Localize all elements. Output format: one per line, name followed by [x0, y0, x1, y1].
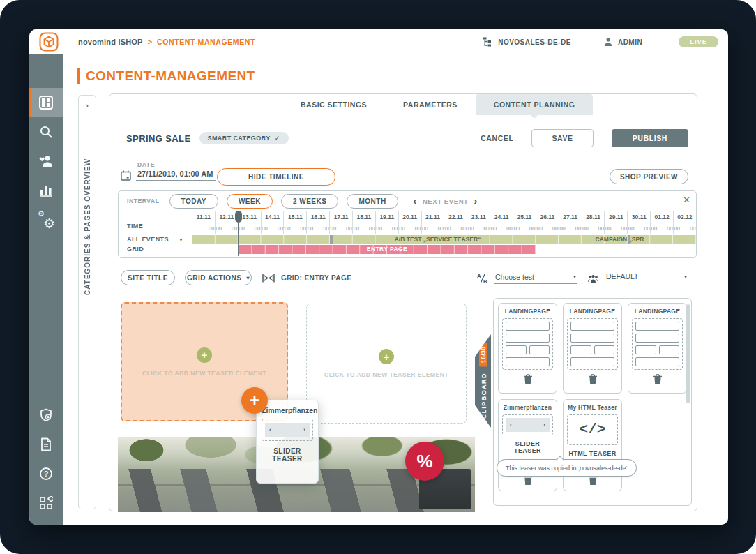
- add-teaser-icon[interactable]: +: [197, 347, 212, 363]
- categories-pages-overview-panel[interactable]: › CATEGORIES & PAGES OVERVIEW: [78, 95, 96, 509]
- event-campaign[interactable]: CAMPAIGN „SPR: [596, 235, 644, 244]
- timeline-date-scale[interactable]: 11.1100:00 12.1100:00 13.1100:00 14.1100…: [192, 211, 696, 234]
- clipboard-tab[interactable]: CLIPBOARD 16/30: [475, 334, 491, 428]
- date-cell: 25.1100:00: [513, 211, 536, 234]
- title-accent-bar: [77, 68, 80, 84]
- date-cell: 12.1100:00: [215, 211, 238, 234]
- segment-value: DEFAULT: [606, 272, 638, 280]
- interval-month-button[interactable]: MONTH: [347, 194, 398, 209]
- add-teaser-icon[interactable]: +: [379, 349, 394, 364]
- teaser-slot-2[interactable]: + CLICK TO ADD NEW TEASER ELEMENT: [306, 304, 467, 424]
- trash-icon[interactable]: [653, 374, 663, 385]
- breadcrumb-chevron-icon: >: [148, 38, 152, 46]
- all-events-band[interactable]: A/B TEST „SERVICE TEASER“ CAMPAIGN „SPR: [192, 235, 696, 244]
- breadcrumb-section[interactable]: CONTENT-MANAGEMENT: [157, 38, 255, 46]
- breadcrumb-brand[interactable]: novomind iSHOP: [78, 38, 143, 46]
- date-cell: 16.1100:00: [306, 211, 329, 234]
- next-event-chevron-icon[interactable]: ›: [474, 196, 478, 206]
- timeline-toolbar: INTERVAL TODAY WEEK 2 WEEKS MONTH ‹ NEXT…: [119, 191, 696, 211]
- clipboard-card-landingpage[interactable]: LANDINGPAGE: [628, 303, 687, 394]
- customers-icon: [38, 155, 54, 167]
- timeline-panel: INTERVAL TODAY WEEK 2 WEEKS MONTH ‹ NEXT…: [118, 190, 697, 258]
- entry-page-event[interactable]: ENTRY PAGE: [239, 245, 536, 254]
- event-marker: [628, 235, 630, 244]
- sidebar-item-search[interactable]: [29, 117, 63, 147]
- clipboard-card-landingpage[interactable]: LANDINGPAGE: [498, 303, 557, 394]
- prev-event-chevron-icon[interactable]: ‹: [414, 196, 417, 206]
- user-menu[interactable]: ADMIN: [603, 37, 642, 47]
- check-icon: ✓: [275, 135, 280, 142]
- grid-info: GRID: ENTRY PAGE: [262, 273, 351, 283]
- grid-actions-button[interactable]: GRID ACTIONS ▾: [185, 270, 252, 285]
- app-window: novomind iSHOP > CONTENT-MANAGEMENT NOVO…: [29, 29, 728, 525]
- hide-timeline-button[interactable]: HIDE TIMELINE: [217, 168, 335, 186]
- grid-actions-caret-icon: ▾: [246, 275, 250, 281]
- slider-next-icon: ›: [303, 426, 305, 433]
- smart-category-badge: SMART CATEGORY ✓: [199, 132, 289, 144]
- ab-test-icon: A B: [477, 272, 488, 284]
- content-planning-card: BASIC SETTINGS PARAMETERS CONTENT PLANNI…: [109, 93, 697, 511]
- code-icon: </>: [570, 418, 614, 442]
- modules-icon: [39, 496, 53, 510]
- trash-icon[interactable]: [588, 374, 598, 385]
- tab-basic-settings[interactable]: BASIC SETTINGS: [282, 94, 385, 115]
- teaser-type-label: HTML TEASER: [567, 450, 618, 457]
- drag-add-cursor-icon[interactable]: +: [241, 387, 268, 414]
- copied-teaser-tooltip: This teaser was copied in ‚novosales-de-…: [497, 459, 637, 477]
- ab-test-caret-icon: ▾: [573, 274, 576, 280]
- sidebar-item-administration[interactable]: [29, 400, 63, 430]
- clipboard-scrollbar[interactable]: [686, 304, 690, 403]
- dragged-teaser-card[interactable]: Zimmerpflanzen ‹ › SLIDER TEASER: [256, 400, 319, 484]
- interval-week-button[interactable]: WEEK: [227, 194, 273, 209]
- teaser-type-label: SLIDER TEASER: [262, 447, 313, 463]
- cancel-button[interactable]: CANCEL: [481, 134, 513, 142]
- event-ab-test[interactable]: A/B TEST „SERVICE TEASER“: [192, 235, 483, 244]
- next-event-control: ‹ NEXT EVENT ›: [414, 196, 478, 206]
- trash-icon[interactable]: [523, 374, 533, 385]
- date-cell: 02.1200:00: [673, 211, 696, 234]
- sidebar-item-modules[interactable]: [29, 488, 63, 518]
- site-title-button[interactable]: SITE TITLE: [121, 270, 175, 285]
- shop-preview-button[interactable]: SHOP PREVIEW: [610, 169, 688, 184]
- shop-name: NOVOSALES-DE-DE: [498, 38, 571, 46]
- sidebar-item-customers[interactable]: [29, 147, 63, 176]
- clipboard-card-landingpage[interactable]: LANDINGPAGE: [563, 303, 622, 394]
- clipboard-card-slider-teaser[interactable]: Zimmerpflanzen ‹ › SLIDER TEASER: [498, 399, 557, 491]
- date-value[interactable]: 27/11/2019, 01:00 AM: [136, 170, 216, 181]
- novomind-logo-icon[interactable]: [39, 32, 59, 52]
- slider-widget: ‹ ›: [265, 423, 310, 437]
- ab-test-select[interactable]: A B Choose test▾: [477, 272, 577, 284]
- tab-parameters[interactable]: PARAMETERS: [385, 94, 476, 115]
- sidebar-item-help[interactable]: ?: [29, 459, 63, 488]
- grid-band[interactable]: ENTRY PAGE: [192, 245, 696, 254]
- slider-prev-icon: ‹: [510, 421, 512, 428]
- date-cell: 27.1100:00: [559, 211, 582, 234]
- settings-icon: ⚙⚙: [38, 212, 54, 227]
- publish-button[interactable]: PUBLISH: [612, 129, 688, 147]
- date-cell: 14.1100:00: [261, 211, 284, 234]
- search-icon: [39, 125, 53, 139]
- date-cell: 28.1100:00: [582, 211, 605, 234]
- sidebar-item-statistics[interactable]: [29, 176, 63, 205]
- grid-row-label: GRID: [119, 244, 192, 254]
- clipboard-card-html-teaser[interactable]: My HTML Teaser </> HTML TEASER: [563, 399, 622, 491]
- segment-select[interactable]: DEFAULT▾: [587, 272, 688, 283]
- slider-preview-box: ‹ ›: [502, 414, 553, 435]
- tab-content-planning[interactable]: CONTENT PLANNING: [476, 94, 594, 115]
- expand-chevron-icon[interactable]: ›: [79, 101, 96, 110]
- all-events-row-label[interactable]: ALL EVENTS ▾: [119, 234, 192, 244]
- date-field[interactable]: 27/11/2019, 01:00 AM ✕: [121, 170, 228, 181]
- shop-selector[interactable]: NOVOSALES-DE-DE: [483, 37, 571, 47]
- svg-text:B: B: [483, 278, 487, 284]
- timeline-close-icon[interactable]: ✕: [683, 195, 690, 205]
- slider-prev-icon: ‹: [269, 426, 271, 433]
- sidebar-item-documents[interactable]: [29, 430, 63, 459]
- sidebar-item-settings[interactable]: ⚙⚙: [29, 205, 63, 234]
- statistics-icon: [39, 184, 53, 197]
- interval-today-button[interactable]: TODAY: [169, 194, 218, 209]
- all-events-caret-icon: ▾: [180, 237, 183, 243]
- sidebar-item-content-management[interactable]: [29, 88, 63, 117]
- save-button[interactable]: SAVE: [531, 129, 593, 147]
- interval-2weeks-button[interactable]: 2 WEEKS: [281, 194, 339, 209]
- slider-widget: ‹ ›: [506, 418, 550, 432]
